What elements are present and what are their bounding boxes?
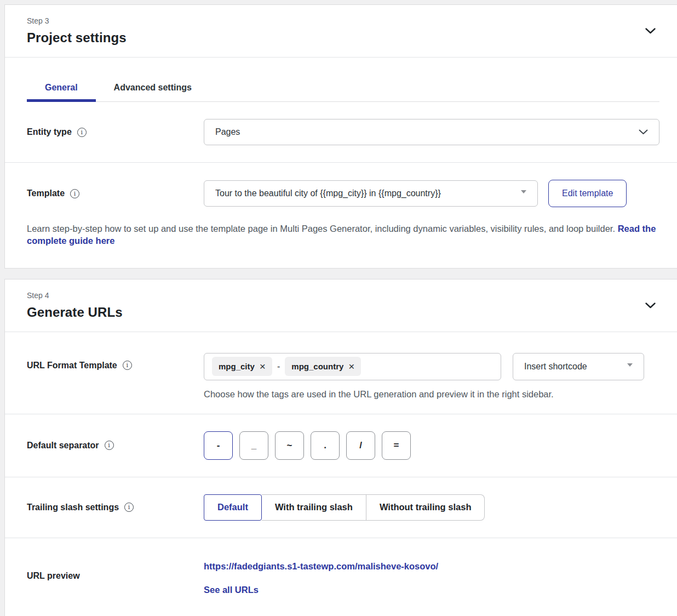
settings-tabs: General Advanced settings (27, 75, 659, 102)
step3-collapse-button[interactable] (644, 25, 656, 37)
separator-option-dash[interactable]: - (204, 431, 233, 460)
url-format-label: URL Format Template (27, 361, 117, 370)
default-separator-label: Default separator (27, 441, 99, 450)
remove-tag-icon[interactable]: × (348, 361, 354, 372)
step4-step-label: Step 4 (27, 291, 655, 300)
step4-title: Generate URLs (27, 305, 655, 320)
url-format-help-text: Choose how the tags are used in the URL … (204, 389, 659, 400)
insert-shortcode-label: Insert shortcode (524, 362, 587, 372)
default-separator-row: Default separator i - _ ~ . / = (5, 414, 677, 477)
template-label-wrap: Template i (27, 189, 204, 198)
tab-general[interactable]: General (27, 75, 96, 101)
info-icon[interactable]: i (105, 441, 114, 450)
entity-type-content: Pages (204, 119, 659, 145)
template-select[interactable]: Tour to the beautiful city of {{mpg_city… (204, 180, 538, 207)
separator-option-tilde[interactable]: ~ (275, 431, 304, 460)
info-icon[interactable]: i (123, 361, 132, 370)
trailing-slash-option-without[interactable]: Without trailing slash (366, 494, 485, 521)
trailing-slash-label-wrap: Trailing slash settings i (27, 503, 204, 512)
chevron-down-icon (645, 303, 656, 309)
trailing-slash-row: Trailing slash settings i Default With t… (5, 477, 677, 538)
template-label: Template (27, 189, 65, 198)
template-content: Tour to the beautiful city of {{mpg_city… (204, 180, 659, 207)
tag-mpg-city: mpg_city × (212, 357, 272, 376)
info-icon[interactable]: i (124, 503, 134, 512)
trailing-slash-option-with[interactable]: With trailing slash (262, 494, 366, 521)
url-preview-row: URL preview https://fadedgiants.s1-taste… (5, 538, 677, 616)
url-preview-label-wrap: URL preview (27, 571, 204, 581)
info-icon[interactable]: i (77, 128, 87, 137)
entity-type-row: Entity type i Pages (5, 102, 677, 163)
see-all-urls-link[interactable]: See all URLs (204, 585, 659, 595)
step4-card-header: Step 4 Generate URLs (5, 280, 677, 332)
insert-shortcode-select[interactable]: Insert shortcode (513, 353, 644, 380)
url-format-tag-input[interactable]: mpg_city × - mpg_country × (204, 353, 501, 380)
tag-separator-text: - (277, 362, 280, 372)
tag-label: mpg_city (219, 362, 255, 371)
step3-card-header: Step 3 Project settings (5, 5, 677, 58)
step3-step-label: Step 3 (27, 16, 655, 25)
template-row: Template i Tour to the beautiful city of… (5, 163, 677, 224)
url-preview-content: https://fadedgiants.s1-tastewp.com/malis… (204, 558, 659, 602)
step4-card: Step 4 Generate URLs URL Format Template… (4, 279, 677, 616)
triangle-down-icon (627, 363, 633, 367)
default-separator-content: - _ ~ . / = (204, 431, 659, 460)
separator-option-equals[interactable]: = (382, 431, 411, 460)
default-separator-label-wrap: Default separator i (27, 441, 204, 450)
separator-option-slash[interactable]: / (346, 431, 375, 460)
entity-type-value: Pages (215, 127, 240, 137)
tag-mpg-country: mpg_country × (285, 357, 361, 376)
info-icon[interactable]: i (70, 189, 79, 198)
remove-tag-icon[interactable]: × (260, 361, 266, 372)
url-format-label-wrap: URL Format Template i (27, 361, 204, 370)
tag-label: mpg_country (291, 362, 343, 371)
separator-option-dot[interactable]: . (311, 431, 340, 460)
entity-type-label: Entity type (27, 127, 72, 137)
template-help-body: Learn step-by-step how to set up and use… (27, 224, 615, 233)
settings-page: Step 3 Project settings General Advanced… (0, 0, 677, 616)
template-value: Tour to the beautiful city of {{mpg_city… (215, 189, 441, 198)
tab-advanced-settings[interactable]: Advanced settings (96, 75, 210, 101)
edit-template-button[interactable]: Edit template (548, 180, 627, 207)
trailing-slash-button-group: Default With trailing slash Without trai… (204, 494, 485, 521)
step3-card: Step 3 Project settings General Advanced… (4, 4, 677, 269)
trailing-slash-label: Trailing slash settings (27, 503, 119, 512)
triangle-down-icon (521, 190, 526, 193)
trailing-slash-content: Default With trailing slash Without trai… (204, 494, 659, 521)
chevron-down-icon (639, 129, 648, 135)
url-preview-link[interactable]: https://fadedgiants.s1-tastewp.com/malis… (204, 561, 659, 572)
url-format-content: mpg_city × - mpg_country × Insert shortc… (204, 353, 659, 400)
chevron-down-icon (645, 28, 656, 34)
separator-button-group: - _ ~ . / = (204, 431, 659, 460)
step4-collapse-button[interactable] (644, 299, 656, 311)
trailing-slash-option-default[interactable]: Default (204, 494, 262, 521)
template-help-text: Learn step-by-step how to set up and use… (27, 223, 659, 247)
entity-type-select[interactable]: Pages (204, 119, 659, 145)
step3-title: Project settings (27, 30, 655, 45)
url-format-row: URL Format Template i mpg_city × - mpg_c… (5, 332, 677, 414)
url-preview-label: URL preview (27, 571, 80, 581)
entity-type-label-wrap: Entity type i (27, 127, 204, 137)
separator-option-underscore[interactable]: _ (239, 431, 268, 460)
